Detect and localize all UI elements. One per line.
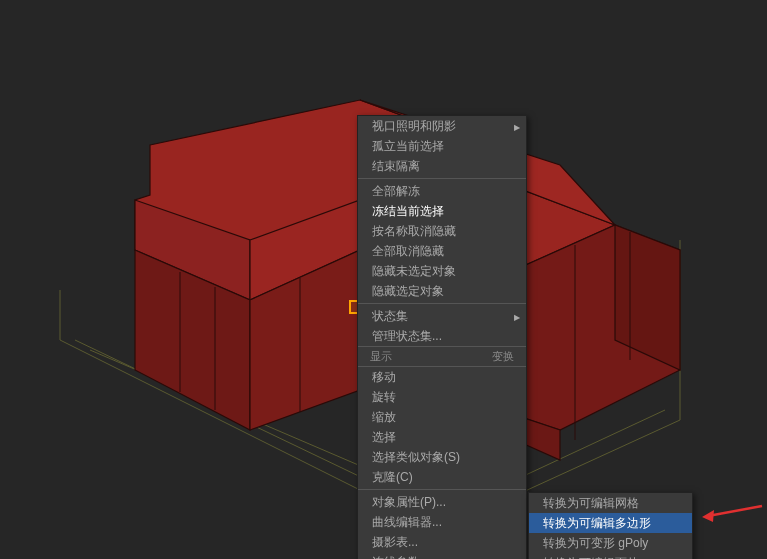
annotation-arrow — [700, 500, 767, 528]
menu.items2-item-1[interactable]: 旋转 — [358, 387, 526, 407]
menu-header-right: 显示 — [366, 348, 396, 365]
menu.items-item-9[interactable]: 隐藏选定对象 — [358, 281, 526, 301]
menu.items-item-2[interactable]: 结束隔离 — [358, 156, 526, 176]
menu.items2-item-9[interactable]: 摄影表... — [358, 532, 526, 552]
menu.items-item-12[interactable]: 管理状态集... — [358, 326, 526, 346]
menu-separator — [358, 303, 526, 304]
menu.items2-item-7[interactable]: 对象属性(P)... — [358, 492, 526, 512]
menu.items2-item-5[interactable]: 克隆(C) — [358, 467, 526, 487]
menu-header: 显示 变换 — [358, 346, 526, 367]
menu.items-item-11[interactable]: 状态集 — [358, 306, 526, 326]
menu.items-item-1[interactable]: 孤立当前选择 — [358, 136, 526, 156]
menu.items-item-7[interactable]: 全部取消隐藏 — [358, 241, 526, 261]
menu.items-item-6[interactable]: 按名称取消隐藏 — [358, 221, 526, 241]
menu-separator — [358, 489, 526, 490]
menu.items2-item-10[interactable]: 连线参数 — [358, 552, 526, 559]
viewport[interactable]: 视口照明和阴影孤立当前选择结束隔离全部解冻冻结当前选择按名称取消隐藏全部取消隐藏… — [0, 0, 767, 559]
svg-marker-18 — [702, 510, 714, 522]
menu.items-item-8[interactable]: 隐藏未选定对象 — [358, 261, 526, 281]
menu-header-left: 变换 — [488, 348, 518, 365]
menu.items-item-4[interactable]: 全部解冻 — [358, 181, 526, 201]
menu.items2-item-8[interactable]: 曲线编辑器... — [358, 512, 526, 532]
menu.items-item-5[interactable]: 冻结当前选择 — [358, 201, 526, 221]
menu.items-item-0[interactable]: 视口照明和阴影 — [358, 116, 526, 136]
svg-line-17 — [708, 506, 762, 516]
menu.items2-item-0[interactable]: 移动 — [358, 367, 526, 387]
menu.items2-item-3[interactable]: 选择 — [358, 427, 526, 447]
submenu.items-item-2[interactable]: 转换为可变形 gPoly — [529, 533, 692, 553]
menu.items2-item-4[interactable]: 选择类似对象(S) — [358, 447, 526, 467]
submenu.items-item-3[interactable]: 转换为可编辑面片 — [529, 553, 692, 559]
quad-menu: 视口照明和阴影孤立当前选择结束隔离全部解冻冻结当前选择按名称取消隐藏全部取消隐藏… — [357, 115, 527, 559]
menu-separator — [358, 178, 526, 179]
submenu.items-item-0[interactable]: 转换为可编辑网格 — [529, 493, 692, 513]
menu-section-2: 移动旋转缩放选择选择类似对象(S)克隆(C)对象属性(P)...曲线编辑器...… — [358, 367, 526, 559]
menu.items2-item-2[interactable]: 缩放 — [358, 407, 526, 427]
submenu.items-item-1[interactable]: 转换为可编辑多边形 — [529, 513, 692, 533]
convert-submenu: 转换为可编辑网格转换为可编辑多边形转换为可变形 gPoly转换为可编辑面片 — [528, 492, 693, 559]
menu-section-1: 视口照明和阴影孤立当前选择结束隔离全部解冻冻结当前选择按名称取消隐藏全部取消隐藏… — [358, 116, 526, 346]
